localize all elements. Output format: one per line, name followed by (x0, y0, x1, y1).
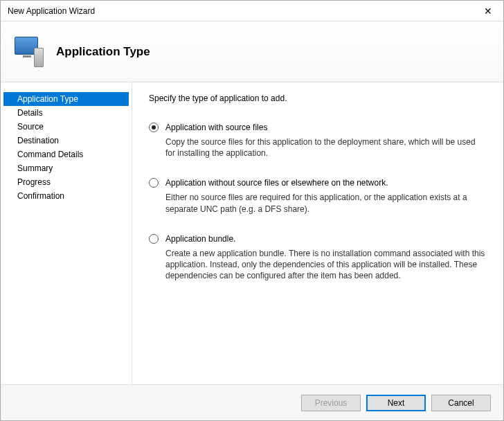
option-label: Application bundle. (165, 234, 235, 244)
computer-icon (13, 37, 44, 67)
sidebar-item-label: Command Details (17, 150, 83, 159)
sidebar-item-label: Source (17, 122, 44, 132)
wizard-window: New Application Wizard ✕ Application Typ… (0, 0, 504, 421)
sidebar-item-source[interactable]: Source (3, 120, 129, 134)
sidebar-item-summary[interactable]: Summary (3, 161, 129, 175)
sidebar-item-label: Details (17, 108, 43, 118)
sidebar-item-label: Progress (17, 177, 51, 187)
page-title: Application Type (56, 45, 150, 59)
sidebar-item-command-details[interactable]: Command Details (3, 147, 129, 161)
sidebar-item-confirmation[interactable]: Confirmation (3, 189, 129, 203)
window-title: New Application Wizard (8, 6, 95, 16)
sidebar-item-application-type[interactable]: Application Type (3, 92, 129, 106)
instruction-text: Specify the type of application to add. (149, 93, 487, 103)
sidebar: Application TypeDetailsSourceDestination… (1, 82, 132, 384)
cancel-button[interactable]: Cancel (431, 395, 491, 411)
sidebar-item-progress[interactable]: Progress (3, 175, 129, 189)
option-2: Application bundle.Create a new applicat… (149, 234, 487, 282)
sidebar-item-label: Summary (17, 163, 53, 173)
wizard-body: Application TypeDetailsSourceDestination… (1, 82, 503, 384)
sidebar-item-details[interactable]: Details (3, 106, 129, 120)
next-button[interactable]: Next (366, 395, 426, 411)
option-0: Application with source filesCopy the so… (149, 123, 487, 159)
wizard-header: Application Type (1, 21, 503, 82)
sidebar-item-destination[interactable]: Destination (3, 134, 129, 147)
radio-icon[interactable] (149, 123, 159, 132)
previous-button[interactable]: Previous (301, 395, 361, 411)
option-radio-row[interactable]: Application bundle. (149, 234, 487, 244)
close-button[interactable]: ✕ (472, 1, 503, 21)
option-description: Either no source files are required for … (165, 192, 487, 214)
sidebar-item-label: Confirmation (17, 191, 64, 201)
option-radio-row[interactable]: Application without source files or else… (149, 178, 487, 188)
main-content: Specify the type of application to add. … (132, 82, 503, 384)
option-label: Application with source files (165, 123, 267, 132)
sidebar-item-label: Destination (17, 136, 59, 145)
radio-icon[interactable] (149, 234, 159, 244)
wizard-footer: Previous Next Cancel (1, 384, 503, 420)
option-description: Copy the source files for this applicati… (165, 136, 487, 159)
titlebar: New Application Wizard ✕ (1, 1, 503, 21)
option-1: Application without source files or else… (149, 178, 487, 214)
sidebar-item-label: Application Type (17, 94, 78, 104)
option-description: Create a new application bundle. There i… (165, 248, 487, 282)
option-label: Application without source files or else… (165, 178, 388, 188)
radio-icon[interactable] (149, 178, 159, 188)
close-icon: ✕ (484, 6, 492, 17)
option-radio-row[interactable]: Application with source files (149, 123, 487, 132)
